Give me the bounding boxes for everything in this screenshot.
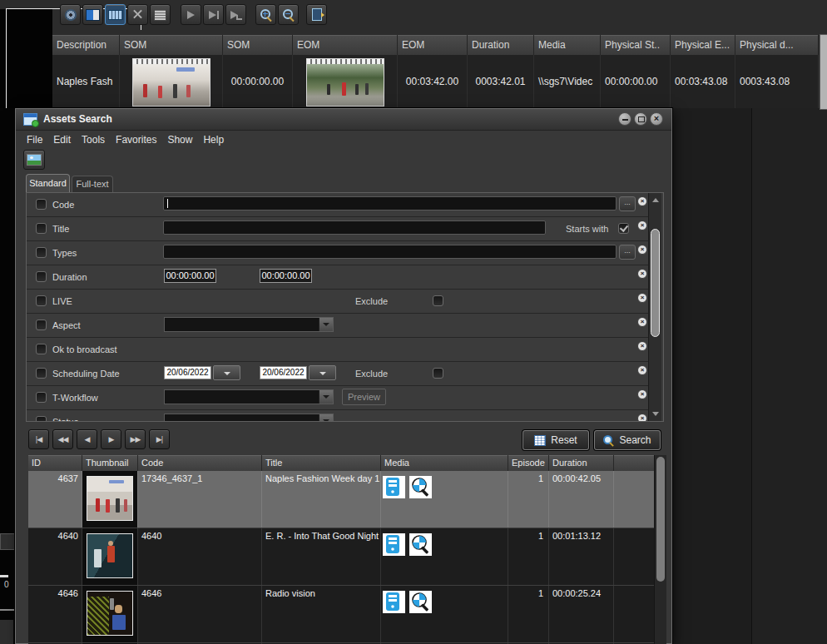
col-eom-thumb[interactable]: EOM	[293, 35, 398, 55]
workflow-clear-icon[interactable]: ×	[637, 389, 647, 399]
results-scrollbar[interactable]	[654, 455, 666, 644]
col-code[interactable]: Code	[138, 455, 262, 471]
nav-fast-forward-button[interactable]: ▶▶	[125, 429, 146, 449]
status-dropdown[interactable]	[164, 414, 334, 422]
nav-last-button[interactable]: ▶|	[149, 429, 170, 449]
menu-favorites[interactable]: Favorites	[116, 134, 156, 146]
nav-fast-back-button[interactable]: ◀◀	[52, 429, 73, 449]
duration-to-input[interactable]: 00:00:00.00	[260, 269, 312, 283]
play-next-icon[interactable]	[203, 4, 224, 25]
playlist-row[interactable]: Naples Fash 00:00:00.00 00:03:42.00 0003…	[52, 55, 819, 108]
status-clear-icon[interactable]: ×	[637, 414, 647, 422]
form-scrollbar[interactable]	[648, 193, 661, 421]
col-media[interactable]: Media	[534, 35, 601, 55]
close-button[interactable]: ×	[650, 112, 663, 126]
workflow-dropdown[interactable]	[164, 389, 334, 404]
tab-standard[interactable]: Standard	[26, 174, 70, 192]
title-input[interactable]	[163, 220, 546, 235]
types-clear-icon[interactable]: ×	[637, 245, 647, 255]
ok-broadcast-clear-icon[interactable]: ×	[637, 341, 647, 351]
live-exclude-checkbox[interactable]	[433, 295, 443, 306]
result-row-4640[interactable]: 4640 4640 E. R. - Into That Good Night 1…	[28, 528, 666, 586]
workflow-checkbox[interactable]	[36, 392, 47, 403]
code-input[interactable]	[163, 196, 617, 211]
col-duration[interactable]: Duration	[549, 455, 614, 471]
scheduling-from-dropdown[interactable]	[213, 365, 240, 380]
menu-file[interactable]: File	[27, 134, 42, 146]
tab-fulltext[interactable]: Full-text	[72, 176, 113, 192]
result-row-4637[interactable]: 4637 17346_4637_1 Naples Fashion Week da…	[28, 471, 666, 528]
result-row-4646[interactable]: 4646 4646 Radio vision 1 00:00:25.24	[28, 586, 666, 643]
ok-broadcast-checkbox[interactable]	[36, 344, 47, 354]
types-checkbox[interactable]	[36, 247, 47, 258]
scroll-up-icon[interactable]	[652, 198, 659, 202]
col-physical-duration[interactable]: Physical d...	[735, 35, 819, 55]
live-checkbox[interactable]	[36, 295, 47, 306]
nav-previous-button[interactable]: ◀	[77, 429, 97, 449]
duration-from-input[interactable]: 00:00:00.00	[164, 269, 216, 283]
minimize-button[interactable]	[618, 112, 631, 126]
types-input[interactable]	[163, 245, 617, 259]
col-physical-end[interactable]: Physical E...	[671, 35, 735, 55]
col-episode[interactable]: Episode	[508, 455, 549, 471]
col-duration[interactable]: Duration	[468, 35, 534, 55]
scheduling-to-dropdown[interactable]	[309, 365, 336, 380]
status-checkbox[interactable]	[36, 416, 47, 422]
filmstrip-icon[interactable]	[105, 4, 126, 25]
zoom-in-icon[interactable]	[255, 4, 276, 25]
picture-view-button[interactable]	[23, 150, 45, 170]
code-clear-icon[interactable]: ×	[637, 196, 647, 206]
aspect-checkbox[interactable]	[36, 320, 47, 330]
play-icon[interactable]	[181, 4, 201, 25]
duration-checkbox[interactable]	[36, 271, 47, 282]
scheduling-clear-icon[interactable]: ×	[637, 365, 647, 375]
chevron-down-icon[interactable]	[319, 414, 333, 422]
menu-help[interactable]: Help	[203, 134, 224, 146]
scheduling-to-input[interactable]: 20/06/2022	[260, 366, 307, 379]
cut-icon[interactable]	[127, 4, 148, 25]
col-id[interactable]: ID	[28, 455, 82, 471]
dialog-titlebar[interactable]: Assets Search ×	[16, 109, 671, 131]
nav-next-button[interactable]: ▶	[101, 429, 121, 449]
media-library-icon[interactable]	[60, 4, 81, 25]
top-table-scrollbar[interactable]	[820, 34, 827, 110]
duration-clear-icon[interactable]: ×	[637, 269, 647, 279]
play-return-icon[interactable]	[225, 4, 246, 25]
results-scrollbar-thumb[interactable]	[656, 457, 665, 582]
title-checkbox[interactable]	[36, 223, 47, 234]
scroll-down-icon[interactable]	[652, 412, 659, 416]
exit-icon[interactable]	[306, 4, 327, 25]
col-description[interactable]: Description	[52, 35, 120, 55]
menu-show[interactable]: Show	[167, 134, 192, 146]
col-som[interactable]: SOM	[223, 35, 293, 55]
aspect-clear-icon[interactable]: ×	[637, 317, 647, 327]
nav-first-button[interactable]: |◀	[28, 429, 49, 449]
preview-button[interactable]: Preview	[342, 389, 386, 405]
scheduling-checkbox[interactable]	[36, 368, 47, 379]
document-icon[interactable]	[150, 4, 171, 25]
title-clear-icon[interactable]: ×	[637, 220, 647, 230]
film-clip-icon[interactable]	[82, 4, 103, 25]
code-checkbox[interactable]	[36, 199, 47, 210]
col-media[interactable]: Media	[381, 455, 508, 471]
col-thumbnail[interactable]: Thumbnail	[82, 455, 138, 471]
col-som-thumb[interactable]: SOM	[120, 35, 223, 55]
scrollbar-thumb[interactable]	[651, 229, 660, 337]
code-browse-button[interactable]: ...	[619, 196, 636, 211]
menu-tools[interactable]: Tools	[82, 134, 105, 146]
col-title[interactable]: Title	[262, 455, 381, 471]
aspect-dropdown[interactable]	[164, 317, 334, 332]
starts-with-checkbox[interactable]	[618, 223, 629, 234]
zoom-out-icon[interactable]	[278, 4, 299, 25]
menu-edit[interactable]: Edit	[53, 134, 71, 146]
search-button[interactable]: Search	[594, 430, 661, 450]
col-eom[interactable]: EOM	[398, 35, 468, 55]
live-clear-icon[interactable]: ×	[637, 293, 647, 303]
scheduling-exclude-checkbox[interactable]	[433, 368, 443, 379]
types-browse-button[interactable]: ...	[619, 245, 636, 260]
chevron-down-icon[interactable]	[319, 390, 333, 404]
reset-button[interactable]: Reset	[522, 430, 589, 450]
chevron-down-icon[interactable]	[319, 318, 333, 331]
scheduling-from-input[interactable]: 20/06/2022	[164, 366, 211, 379]
col-physical-start[interactable]: Physical St..	[601, 35, 671, 55]
